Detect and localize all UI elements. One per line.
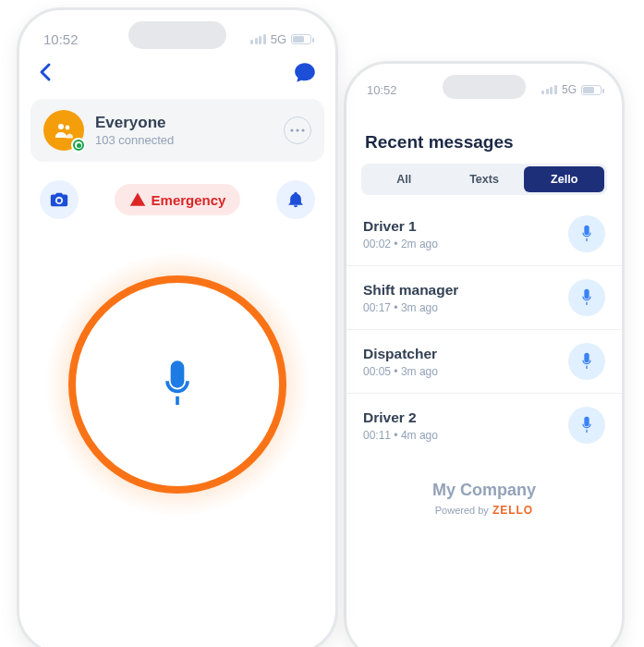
company-block: My Company Powered by ZELLO — [346, 457, 622, 517]
tab-all[interactable]: All — [364, 166, 444, 192]
ellipsis-icon — [290, 128, 305, 132]
company-name: My Company — [346, 481, 622, 500]
message-item[interactable]: Dispatcher 00:05 • 3m ago — [346, 330, 622, 394]
signal-icon — [250, 34, 266, 44]
ptt-glow — [45, 252, 310, 517]
channel-text: Everyone 103 connected — [95, 114, 273, 147]
messages-button[interactable] — [293, 60, 317, 88]
svg-rect-5 — [171, 360, 185, 387]
hw-mute-switch — [17, 123, 19, 149]
hw-volume-down — [17, 223, 19, 271]
svg-point-1 — [66, 126, 70, 130]
microphone-icon — [579, 288, 594, 307]
microphone-icon — [579, 352, 594, 371]
status-time: 10:52 — [367, 83, 397, 97]
message-item[interactable]: Driver 1 00:02 • 2m ago — [346, 202, 622, 266]
status-right: 5G — [250, 32, 311, 46]
play-voice-button[interactable] — [568, 343, 605, 380]
group-icon — [53, 119, 75, 141]
message-list: Driver 1 00:02 • 2m ago Shift manager 00… — [346, 195, 622, 457]
back-button[interactable] — [38, 61, 53, 87]
microphone-icon — [579, 225, 594, 243]
message-item[interactable]: Driver 2 00:11 • 4m ago — [346, 394, 622, 457]
message-meta: 00:02 • 2m ago — [363, 238, 438, 250]
status-right: 5G — [541, 83, 601, 96]
warning-icon — [129, 191, 146, 208]
signal-icon — [541, 85, 557, 94]
nav-bar — [19, 51, 335, 93]
play-voice-button[interactable] — [568, 407, 605, 444]
emergency-label: Emergency — [152, 192, 226, 208]
segmented-tabs: All Texts Zello — [361, 164, 607, 195]
alerts-button[interactable] — [276, 180, 315, 219]
notch — [443, 75, 526, 99]
message-meta: 00:17 • 3m ago — [363, 301, 458, 314]
recent-messages-title: Recent messages — [346, 101, 622, 164]
emergency-button[interactable]: Emergency — [115, 184, 241, 215]
hw-volume-up — [17, 164, 19, 212]
ptt-button[interactable] — [68, 275, 286, 494]
more-button[interactable] — [284, 116, 311, 144]
svg-point-4 — [301, 128, 304, 131]
bell-icon — [286, 190, 305, 209]
battery-icon — [291, 34, 311, 44]
channel-row[interactable]: Everyone 103 connected — [30, 99, 324, 162]
svg-rect-9 — [584, 417, 589, 427]
phone-left: 10:52 5G Everyone 103 connect — [17, 7, 338, 647]
svg-point-2 — [290, 128, 293, 131]
tab-texts[interactable]: Texts — [444, 166, 525, 192]
message-name: Dispatcher — [363, 346, 438, 362]
battery-icon — [581, 85, 601, 95]
notch — [128, 21, 226, 49]
tab-zello[interactable]: Zello — [524, 166, 604, 192]
message-name: Driver 2 — [363, 409, 438, 426]
message-meta: 00:05 • 3m ago — [363, 365, 438, 378]
message-meta: 00:11 • 4m ago — [363, 429, 438, 442]
play-voice-button[interactable] — [568, 215, 605, 252]
message-name: Shift manager — [363, 282, 458, 299]
ptt-area — [19, 226, 335, 517]
hw-power — [622, 221, 625, 286]
play-voice-button[interactable] — [568, 279, 605, 316]
channel-subtitle: 103 connected — [95, 133, 273, 147]
microphone-icon — [579, 416, 594, 434]
camera-icon — [49, 189, 69, 210]
microphone-icon — [157, 359, 198, 410]
channel-avatar — [43, 110, 84, 151]
channel-name: Everyone — [95, 114, 273, 132]
message-item[interactable]: Shift manager 00:17 • 3m ago — [346, 266, 622, 330]
message-name: Driver 1 — [363, 218, 438, 235]
network-label: 5G — [271, 32, 286, 46]
powered-by: Powered by ZELLO — [346, 504, 622, 517]
svg-rect-7 — [584, 289, 589, 299]
action-row: Emergency — [19, 162, 335, 226]
camera-button[interactable] — [40, 180, 79, 219]
presence-badge — [71, 138, 86, 153]
phone-right: 10:52 5G Recent messages All Texts Zello… — [344, 61, 625, 647]
zello-logo: ZELLO — [492, 504, 533, 517]
hw-power — [335, 177, 338, 247]
network-label: 5G — [562, 83, 577, 96]
svg-rect-6 — [584, 226, 589, 236]
svg-point-3 — [296, 128, 298, 131]
svg-rect-8 — [584, 353, 589, 363]
powered-by-label: Powered by — [435, 505, 489, 516]
status-time: 10:52 — [43, 31, 79, 47]
svg-point-0 — [58, 124, 64, 129]
